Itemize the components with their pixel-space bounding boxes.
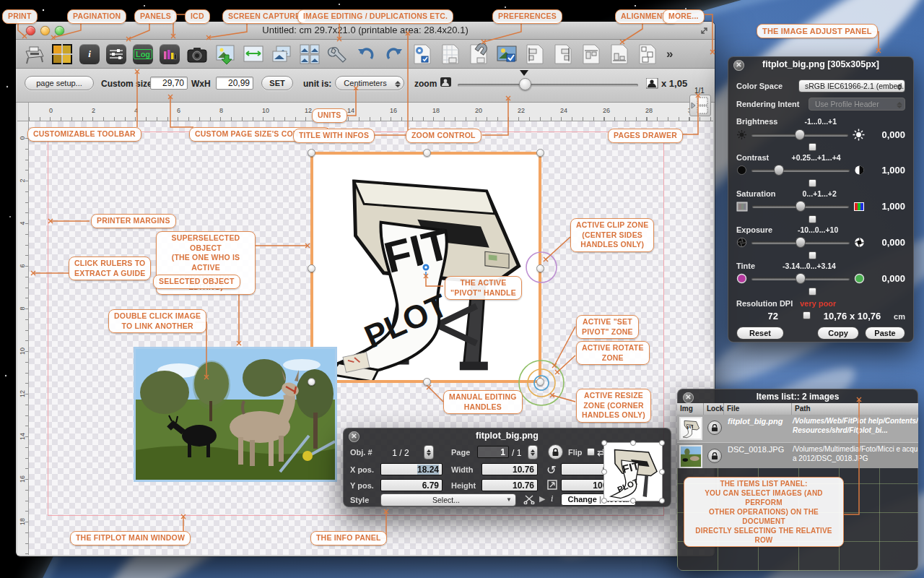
multiple-copies-icon[interactable]	[299, 43, 321, 65]
y-pos-field[interactable]: 6.79	[380, 479, 443, 491]
copy-button[interactable]: Copy	[817, 327, 859, 340]
contrast-slider[interactable]	[751, 169, 850, 172]
contrast-thumb[interactable]	[774, 165, 784, 176]
superselected-image-fitplot[interactable]: FIT PLOT	[310, 152, 541, 383]
redo-icon[interactable]	[383, 43, 405, 65]
resize-image-icon[interactable]	[243, 43, 264, 65]
align-top-icon[interactable]	[580, 43, 602, 65]
tinte-thumb[interactable]	[796, 273, 806, 284]
align-bottom-icon[interactable]	[609, 43, 630, 65]
obj-stepper[interactable]	[424, 445, 434, 460]
y-pos-label: Y pos.	[350, 481, 374, 490]
column-lock[interactable]: Lock	[704, 403, 724, 415]
magnet-page-icon[interactable]	[468, 43, 489, 65]
info-icon[interactable]: i	[79, 44, 100, 64]
lock-icon[interactable]	[548, 444, 563, 460]
icd-ink-icon[interactable]	[160, 44, 180, 64]
saturation-thumb[interactable]	[796, 201, 806, 212]
height-field[interactable]: 10.76	[481, 479, 538, 491]
scale-icon	[547, 480, 557, 490]
saturation-slider[interactable]	[752, 205, 849, 208]
cut-scissors-icon[interactable]	[523, 494, 535, 504]
tinte-slider[interactable]	[751, 277, 850, 280]
resolution-quality-badge: very poor	[800, 299, 836, 308]
screen-capture-icon[interactable]	[186, 43, 208, 65]
brightness-slider[interactable]	[751, 134, 848, 137]
undo-icon[interactable]	[355, 43, 377, 65]
panels-icon[interactable]	[106, 44, 126, 64]
clip-handle-right[interactable]	[536, 264, 544, 272]
lock-icon[interactable]	[707, 420, 722, 435]
desktop: { "window": { "title": "Untitled: cm 29.…	[0, 0, 924, 578]
color-space-dropdown[interactable]: sRGB IEC61966-2.1 (embed...	[798, 79, 905, 92]
reset-button[interactable]: Reset	[736, 327, 784, 340]
callout-set-pivot-zone: ACTIVE "SET PIVOT" ZONE	[576, 315, 639, 339]
column-img[interactable]: Img	[677, 403, 704, 415]
flip-horizontal-checkbox[interactable]	[587, 448, 595, 456]
units-dropdown[interactable]: Centimeters	[335, 76, 404, 90]
custom-height-input[interactable]	[216, 77, 253, 90]
custom-width-input[interactable]	[150, 77, 188, 90]
tinte-green-icon	[854, 273, 865, 284]
pagination-icon[interactable]	[51, 43, 73, 65]
clip-handle-left[interactable]	[308, 264, 315, 272]
resize-handle-top-right[interactable]	[536, 149, 544, 157]
column-file[interactable]: File	[724, 403, 792, 415]
exposure-thumb[interactable]	[796, 237, 806, 248]
resize-handle-bottom-right[interactable]	[536, 378, 544, 386]
arrange-objects-icon[interactable]	[637, 43, 658, 65]
exposure-checkbox[interactable]	[808, 251, 816, 259]
duplicate-image-icon[interactable]	[271, 43, 292, 65]
x-pos-field[interactable]: 18.24	[380, 463, 443, 475]
clip-handle-top[interactable]	[423, 149, 431, 157]
page-stepper[interactable]	[528, 445, 538, 460]
resize-handle-top-left[interactable]	[308, 149, 315, 157]
align-left-icon[interactable]	[524, 43, 546, 65]
style-dropdown[interactable]: Select...▼	[380, 493, 516, 506]
toolbar-overflow-chevron[interactable]: »	[666, 47, 673, 61]
fullscreen-icon[interactable]	[699, 26, 709, 35]
pages-drawer-button[interactable]	[689, 95, 711, 116]
resize-handle-bottom-left[interactable]	[308, 378, 315, 386]
title-bar[interactable]: Untitled: cm 29.7x21.0 (printable area: …	[16, 22, 715, 40]
contrast-checkbox[interactable]	[808, 179, 816, 187]
zoom-slider-thumb[interactable]	[519, 78, 531, 90]
horizontal-ruler[interactable]: 024681012141618202224262830	[29, 103, 713, 121]
set-button[interactable]: SET	[261, 76, 293, 90]
saturation-scale: 0...+1...+2	[775, 189, 863, 198]
import-image-icon[interactable]	[214, 43, 236, 65]
page-setup-button[interactable]: page setup...	[25, 76, 94, 90]
zoom-default-marker	[520, 70, 528, 76]
zoom-slider-track[interactable]	[458, 84, 638, 87]
brightness-checkbox[interactable]	[808, 143, 816, 151]
tinte-checkbox[interactable]	[808, 288, 816, 296]
page-marker-icon[interactable]	[411, 43, 433, 65]
image-check-icon[interactable]	[496, 43, 518, 65]
file-info-icon[interactable]: i	[551, 493, 553, 504]
brightness-thumb[interactable]	[795, 129, 805, 140]
clip-handle-bottom[interactable]	[423, 378, 431, 386]
object-thumbnail[interactable]: FITPLOT	[603, 442, 663, 501]
table-row[interactable]: DSC_0018.JPG /Volumes/Multimedia/Foto/Mi…	[677, 442, 918, 468]
log-icon[interactable]: Log	[133, 44, 153, 64]
exposure-low-icon	[736, 237, 747, 248]
vertical-ruler[interactable]: 024681012141618	[17, 121, 29, 555]
saturation-checkbox[interactable]	[808, 215, 816, 223]
paste-button[interactable]: Paste	[865, 327, 905, 340]
exposure-slider[interactable]	[751, 241, 850, 244]
ruler-label: 8	[19, 304, 26, 313]
selected-image-dsc0018[interactable]	[134, 347, 337, 482]
contrast-value: 1,000	[869, 165, 905, 176]
tools-wrench-icon[interactable]	[327, 43, 349, 65]
play-icon[interactable]: ▶	[539, 494, 545, 504]
align-right-icon[interactable]	[552, 43, 574, 65]
table-row[interactable]: FIT fitplot_big.png /Volumes/Web/FitPlot…	[677, 415, 918, 442]
rendering-intent-dropdown[interactable]: Use Profile Header	[808, 98, 905, 111]
width-field[interactable]: 10.76	[481, 463, 538, 475]
grid-page-icon[interactable]	[440, 43, 461, 65]
column-path[interactable]: Path	[792, 403, 918, 415]
page-field[interactable]: 1	[477, 446, 509, 458]
print-icon[interactable]	[23, 43, 45, 65]
resolution-checkbox[interactable]	[803, 311, 811, 321]
lock-icon[interactable]	[707, 449, 722, 463]
